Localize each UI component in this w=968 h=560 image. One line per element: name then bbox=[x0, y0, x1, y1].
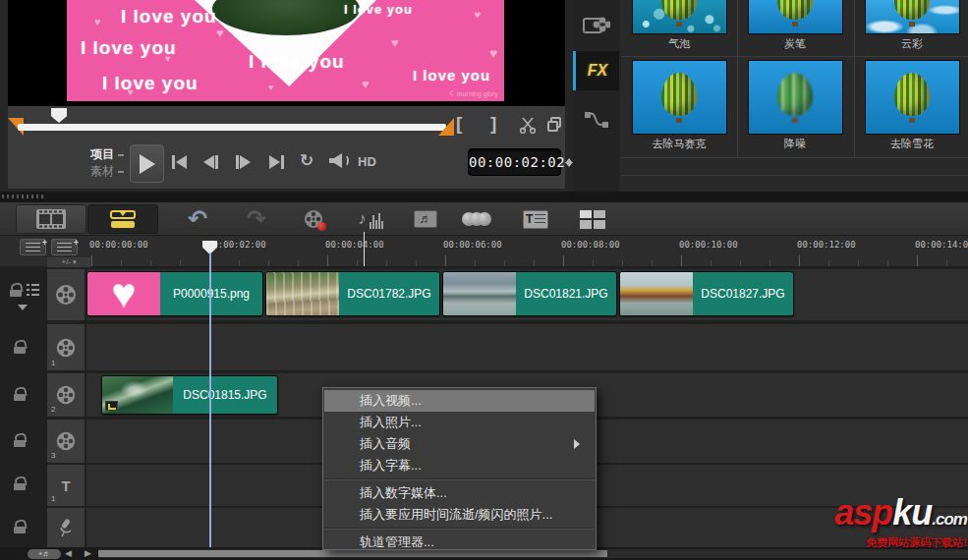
overlay-track-1-header[interactable]: 1 bbox=[47, 324, 86, 370]
track-plus-minus-bar[interactable]: +/- bbox=[47, 257, 90, 267]
timeline-clip[interactable]: P0000915.png bbox=[86, 271, 263, 316]
go-to-start-button[interactable] bbox=[172, 153, 187, 171]
redo-button[interactable]: ↷ bbox=[240, 206, 273, 232]
track-number: 1 bbox=[51, 359, 55, 367]
undo-button[interactable]: ↶ bbox=[181, 206, 214, 232]
menu-item-insert-timelapse-photo[interactable]: 插入要应用时间流逝/频闪的照片... bbox=[324, 504, 595, 526]
menu-item-insert-video[interactable]: 插入视频... bbox=[324, 390, 595, 412]
heart-icon bbox=[268, 83, 273, 92]
filter-item[interactable]: 去除马赛克 bbox=[627, 61, 731, 151]
overlay-text: I love you bbox=[121, 6, 217, 28]
ruler-tick-label: 00:00:12:00 bbox=[797, 240, 856, 250]
heart-icon bbox=[94, 16, 101, 28]
preview-video-area[interactable]: I love you I love you I love you I love … bbox=[8, 0, 565, 106]
video-track-header[interactable] bbox=[47, 269, 86, 320]
scrub-bar[interactable] bbox=[18, 124, 446, 131]
overlay-text: I love you bbox=[344, 2, 413, 17]
trim-end-handle[interactable] bbox=[438, 118, 454, 136]
clip-mode-label[interactable]: 素材 bbox=[90, 163, 124, 180]
ruler-tick-label: 00:00:06:00 bbox=[443, 240, 502, 250]
filter-thumbnail bbox=[866, 61, 959, 134]
menu-item-track-manager[interactable]: 轨道管理器... bbox=[324, 532, 595, 553]
overlay-track-1[interactable]: 1 bbox=[47, 324, 968, 370]
heart-icon bbox=[216, 26, 224, 40]
category-filter-button[interactable]: FX bbox=[573, 51, 619, 90]
menu-item-insert-subtitle[interactable]: 插入字幕... bbox=[324, 455, 595, 476]
filter-label: 炭笔 bbox=[743, 36, 847, 51]
filter-item[interactable]: 去除雪花 bbox=[860, 61, 964, 151]
overlay-track-3-header[interactable]: 3 bbox=[47, 420, 86, 463]
split-clip-button[interactable] bbox=[519, 116, 537, 138]
scrub-thumb[interactable] bbox=[51, 108, 67, 123]
menu-item-insert-photo[interactable]: 插入照片... bbox=[324, 412, 595, 433]
timeline-clip[interactable]: DSC01827.JPG bbox=[619, 271, 794, 316]
watermark-domain: .com bbox=[932, 510, 967, 529]
timeline-clip[interactable]: DSC01782.JPG bbox=[265, 271, 440, 316]
record-capture-button[interactable] bbox=[297, 206, 330, 232]
menu-item-insert-audio[interactable]: 插入音频 bbox=[324, 433, 595, 455]
overlay-track-2-header[interactable]: 2 bbox=[47, 373, 86, 417]
timeline-clip[interactable]: DSC01815.JPG bbox=[101, 375, 278, 415]
storyboard-view-button[interactable] bbox=[16, 204, 86, 234]
play-button[interactable] bbox=[130, 144, 164, 183]
clip-thumbnail bbox=[443, 272, 516, 315]
motion-path-icon bbox=[584, 108, 609, 132]
filter-item[interactable]: 云彩 bbox=[860, 0, 964, 51]
timeline-clip[interactable]: DSC01821.JPG bbox=[442, 271, 617, 316]
category-media-button[interactable] bbox=[573, 6, 619, 45]
resize-grip-icon[interactable] bbox=[2, 195, 45, 198]
filter-item[interactable]: 降噪 bbox=[743, 61, 847, 151]
overlay-text: I love you bbox=[413, 67, 490, 84]
playhead-line[interactable] bbox=[209, 252, 211, 547]
blend-effect-button[interactable] bbox=[462, 206, 495, 232]
auto-music-button[interactable]: ♬ bbox=[409, 206, 442, 232]
timeline-view-button[interactable] bbox=[87, 204, 158, 234]
enlarge-preview-button[interactable] bbox=[547, 117, 562, 132]
mark-out-button[interactable]: ] bbox=[490, 113, 496, 135]
film-reel-icon bbox=[54, 283, 78, 307]
title-track-icon: T bbox=[61, 477, 70, 494]
overlay-text: I love you bbox=[249, 51, 345, 73]
collapse-tracks-icon[interactable] bbox=[18, 305, 28, 315]
mixed-view-button[interactable] bbox=[576, 206, 609, 232]
go-to-end-button[interactable] bbox=[269, 153, 284, 171]
previous-frame-button[interactable] bbox=[203, 153, 218, 171]
volume-button[interactable] bbox=[329, 153, 351, 168]
timecode-field[interactable]: 00:00:02:02 bbox=[468, 148, 561, 176]
scroll-right-button[interactable]: ▶ bbox=[85, 548, 91, 558]
film-reel-icon bbox=[55, 337, 77, 359]
scroll-left-button[interactable]: ◀ bbox=[65, 548, 72, 558]
project-mode-label[interactable]: 项目 bbox=[90, 146, 124, 163]
remove-track-button[interactable] bbox=[51, 239, 78, 255]
sound-mixer-button[interactable]: ♪ bbox=[354, 206, 387, 232]
filter-item[interactable]: 炭笔 bbox=[743, 0, 847, 51]
blend-circles-icon bbox=[462, 209, 495, 229]
panel-divider[interactable] bbox=[0, 192, 968, 202]
hd-toggle[interactable]: HD bbox=[358, 154, 376, 169]
title-track-header[interactable]: 1 T bbox=[47, 465, 86, 506]
heart-icon bbox=[128, 86, 134, 97]
remove-track-icon bbox=[57, 243, 72, 252]
mark-in-button[interactable]: [ bbox=[456, 113, 462, 135]
filter-gallery: 气泡 炭笔 云彩 去除马赛克 降噪 去除雪花 bbox=[621, 0, 968, 192]
auto-music-quick-icon[interactable]: +♬ bbox=[28, 549, 61, 559]
filter-item[interactable]: 气泡 bbox=[627, 0, 731, 51]
add-track-icon bbox=[26, 243, 40, 252]
record-icon bbox=[304, 209, 323, 229]
watermark-tagline: 免费网站源码下载站! bbox=[798, 535, 967, 550]
copy-icon bbox=[547, 121, 558, 132]
category-motion-path-button[interactable] bbox=[573, 100, 619, 140]
menu-item-insert-digital-media[interactable]: 插入数字媒体... bbox=[324, 482, 595, 504]
add-track-button[interactable] bbox=[20, 239, 46, 255]
clip-thumbnail bbox=[102, 376, 173, 414]
track-list-icon[interactable] bbox=[27, 283, 39, 296]
filter-thumbnail bbox=[633, 0, 726, 33]
voice-track-header[interactable] bbox=[47, 508, 86, 547]
repeat-button[interactable]: ↻ bbox=[300, 150, 313, 171]
preview-frame-image: I love you I love you I love you I love … bbox=[67, 0, 504, 101]
subtitle-editor-button[interactable]: T bbox=[519, 206, 552, 232]
preview-panel: I love you I love you I love you I love … bbox=[8, 0, 565, 189]
next-frame-button[interactable] bbox=[236, 153, 251, 171]
video-track[interactable]: P0000915.png DSC01782.JPG DSC01821.JPG D… bbox=[47, 269, 968, 320]
timeline-ruler[interactable]: +/- 00:00:00:00 00:00:02:00 00:00:04:00 … bbox=[0, 236, 968, 267]
